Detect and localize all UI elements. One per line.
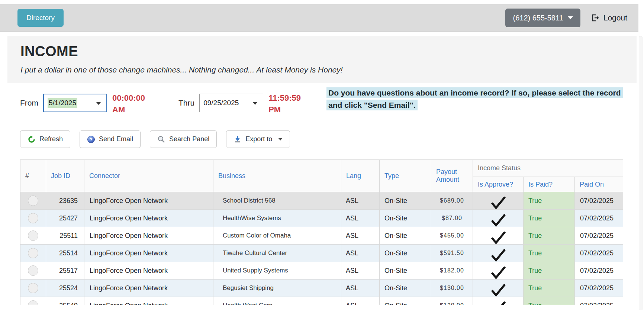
table-row[interactable]: 25549LingoForce Open NetworkHealth West … [20,297,624,305]
table-row[interactable]: 25514LingoForce Open NetworkTiwahe Cultu… [20,245,624,262]
column-header-business[interactable]: Business [213,160,341,192]
send-email-label: Send Email [99,135,133,143]
refresh-icon [28,135,36,143]
is-approve-cell [473,280,524,297]
income-table-container: # Job ID Connector Business Lang Type Pa… [20,159,623,305]
navbar-right-group: (612) 655-5811 Logout [505,4,627,32]
column-group-income-status: Income Status [473,160,624,177]
job-id-cell: 25549 [46,297,84,305]
table-row[interactable]: 25524LingoForce Open NetworkBegusiet Shi… [20,280,624,297]
row-select-cell[interactable] [20,262,46,280]
thru-label: Thru [178,94,194,112]
logout-link[interactable]: Logout [591,13,627,22]
connector-cell: LingoForce Open Network [84,297,213,305]
export-download-icon [234,135,242,143]
row-radio-button[interactable] [28,230,38,241]
business-cell: Custom Color of Omaha [213,227,341,245]
thru-date-input[interactable]: 09/25/2025 [199,94,263,112]
business-cell: Tiwahe Cultural Center [213,245,341,262]
job-id-cell: 25514 [46,245,84,262]
payout-amount-cell: $455.00 [431,227,473,245]
approved-check-icon [490,196,507,210]
row-select-cell[interactable] [20,227,46,245]
vertical-scrollbar[interactable] [639,36,643,310]
table-row[interactable]: 25517LingoForce Open NetworkUnited Suppl… [20,262,624,280]
refresh-button[interactable]: Refresh [20,130,70,148]
column-header-is-paid[interactable]: Is Paid? [524,177,575,192]
type-cell: On-Site [380,262,431,280]
row-select-cell[interactable] [20,192,46,210]
payout-amount-cell: $689.00 [431,192,473,210]
is-approve-cell [473,245,524,262]
column-header-job-id[interactable]: Job ID [46,160,84,192]
chevron-down-icon[interactable] [278,138,283,141]
row-radio-button[interactable] [28,196,38,206]
row-select-cell[interactable] [20,280,46,297]
is-paid-cell: True [524,210,575,227]
row-select-cell[interactable] [20,297,46,305]
lang-cell: ASL [341,192,380,210]
column-header-paid-on[interactable]: Paid On [575,177,624,192]
job-id-cell: 25524 [46,280,84,297]
export-button[interactable]: Export to [226,130,290,148]
search-panel-button[interactable]: Search Panel [150,130,217,148]
chevron-down-icon [568,16,573,19]
row-radio-button[interactable] [28,265,38,276]
phone-number-label: (612) 655-5811 [513,14,563,22]
paid-on-cell: 07/02/2025 [575,280,624,297]
column-header-payout-amount[interactable]: Payout Amount [431,160,473,192]
from-date-input[interactable]: 5/1/2025 [43,94,107,112]
paid-on-cell: 07/02/2025 [575,262,624,280]
column-header-connector[interactable]: Connector [84,160,213,192]
is-approve-cell [473,227,524,245]
paid-on-cell: 07/02/2025 [575,192,624,210]
paid-on-cell: 07/02/2025 [575,245,624,262]
from-date-value: 5/1/2025 [48,98,77,108]
table-row[interactable]: 25427LingoForce Open NetworkHealthWise S… [20,210,624,227]
paid-on-cell: 07/02/2025 [575,210,624,227]
business-cell: HealthWise Systems [213,210,341,227]
thru-time-label: 11:59:59 PM [268,92,310,115]
income-table-body: 23635LingoForce Open NetworkSchool Distr… [20,192,624,305]
export-label: Export to [245,135,272,143]
row-select-cell[interactable] [20,210,46,227]
payout-amount-cell: $120.00 [431,297,473,305]
column-header-is-approve[interactable]: Is Approve? [473,177,524,192]
send-email-icon: ? [87,135,95,143]
type-cell: On-Site [380,227,431,245]
lang-cell: ASL [341,297,380,305]
phone-dropdown-button[interactable]: (612) 655-5811 [505,9,580,27]
thru-date-value: 09/25/2025 [203,99,239,107]
search-icon [157,135,165,143]
calendar-dropdown-icon[interactable] [252,102,258,105]
row-select-cell[interactable] [20,245,46,262]
job-id-cell: 25511 [46,227,84,245]
row-radio-button[interactable] [28,248,38,258]
lang-cell: ASL [341,245,380,262]
directory-button[interactable]: Directory [17,9,64,27]
lang-cell: ASL [341,280,380,297]
row-radio-button[interactable] [28,300,38,305]
from-time-label: 00:00:00 AM [112,92,154,115]
job-id-cell: 23635 [46,192,84,210]
connector-cell: LingoForce Open Network [84,192,213,210]
approved-check-icon [490,213,507,227]
job-id-cell: 25427 [46,210,84,227]
row-radio-button[interactable] [28,283,38,293]
calendar-dropdown-icon[interactable] [96,102,101,105]
from-label: From [20,94,38,112]
table-row[interactable]: 25511LingoForce Open NetworkCustom Color… [20,227,624,245]
svg-text:?: ? [90,136,93,142]
page-header-section: INCOME I put a dollar in one of those ch… [7,36,637,83]
connector-cell: LingoForce Open Network [84,210,213,227]
logout-icon [591,13,600,22]
column-header-lang[interactable]: Lang [341,160,380,192]
type-cell: On-Site [380,210,431,227]
page-subtitle: I put a dollar in one of those change ma… [20,65,637,74]
table-row[interactable]: 23635LingoForce Open NetworkSchool Distr… [20,192,624,210]
send-email-button[interactable]: ? Send Email [80,130,141,148]
column-header-type[interactable]: Type [380,160,431,192]
connector-cell: LingoForce Open Network [84,227,213,245]
toolbar: Refresh ? Send Email Search Panel Export… [20,130,290,148]
row-radio-button[interactable] [28,213,38,223]
